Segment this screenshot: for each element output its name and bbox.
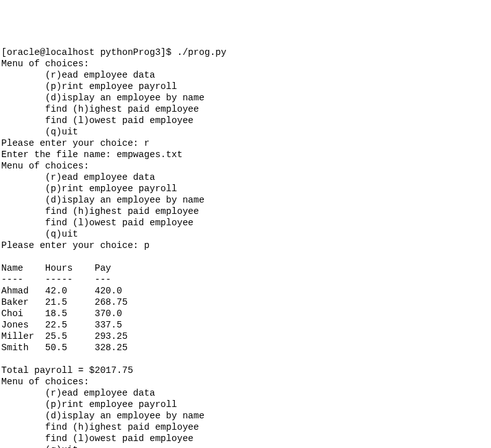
user-input-p[interactable]: p: [144, 240, 150, 251]
user-input-r[interactable]: r: [144, 138, 150, 148]
menu-option-quit: (q)uit: [1, 445, 78, 448]
menu-option-lowest: find (l)owest paid employee: [1, 218, 194, 228]
menu-option-read: (r)ead employee data: [1, 70, 155, 80]
menu-option-print: (p)rint employee payroll: [1, 184, 177, 194]
payroll-row: Ahmad 42.0 420.0: [1, 286, 122, 296]
total-payroll: Total payroll = $2017.75: [1, 365, 133, 375]
payroll-row: Jones 22.5 337.5: [1, 320, 122, 330]
payroll-divider: ---- ----- ---: [1, 274, 111, 285]
user-input-filename[interactable]: empwages.txt: [117, 150, 182, 160]
payroll-row: Smith 50.5 328.25: [1, 343, 127, 353]
menu-option-read: (r)ead employee data: [1, 388, 155, 398]
menu-option-highest: find (h)ighest paid employee: [1, 206, 199, 216]
menu-option-print: (p)rint employee payroll: [1, 399, 177, 410]
menu-option-display: (d)isplay an employee by name: [1, 93, 204, 103]
file-prompt: Enter the file name:: [1, 150, 117, 160]
menu-option-display: (d)isplay an employee by name: [1, 411, 204, 421]
payroll-header: Name Hours Pay: [1, 263, 111, 273]
terminal-window: [oracle@localhost pythonProg3]$ ./prog.p…: [1, 47, 490, 448]
menu-option-read: (r)ead employee data: [1, 172, 155, 182]
shell-prompt: [oracle@localhost pythonProg3]$ ./prog.p…: [1, 47, 227, 57]
menu-header: Menu of choices:: [1, 161, 89, 171]
menu-option-highest: find (h)ighest paid employee: [1, 422, 199, 432]
choice-prompt: Please enter your choice:: [1, 138, 144, 148]
menu-option-highest: find (h)ighest paid employee: [1, 104, 199, 114]
choice-prompt: Please enter your choice:: [1, 240, 144, 251]
menu-option-lowest: find (l)owest paid employee: [1, 433, 194, 444]
menu-option-quit: (q)uit: [1, 229, 78, 239]
payroll-row: Baker 21.5 268.75: [1, 297, 127, 307]
menu-option-lowest: find (l)owest paid employee: [1, 115, 194, 126]
menu-header: Menu of choices:: [1, 59, 89, 69]
menu-option-print: (p)rint employee payroll: [1, 81, 177, 91]
menu-header: Menu of choices:: [1, 377, 89, 387]
menu-option-quit: (q)uit: [1, 127, 78, 137]
menu-option-display: (d)isplay an employee by name: [1, 195, 204, 205]
payroll-row: Choi 18.5 370.0: [1, 309, 122, 319]
payroll-row: Miller 25.5 293.25: [1, 331, 127, 341]
